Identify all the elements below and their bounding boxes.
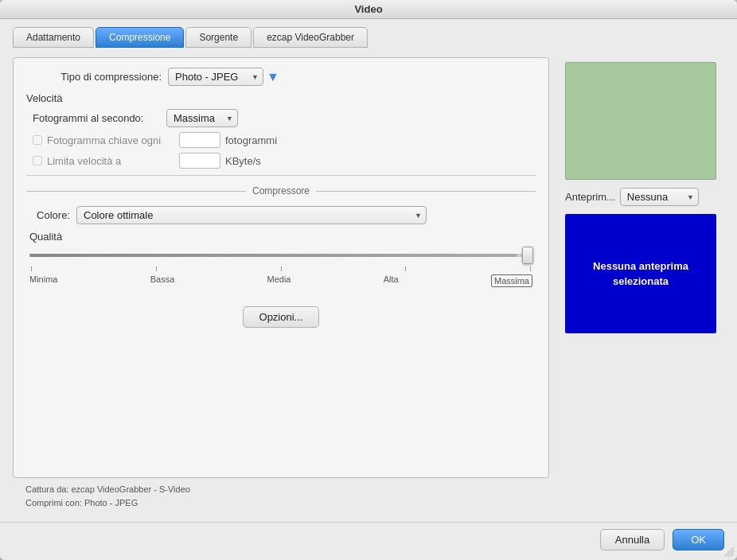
slider-thumb[interactable] <box>522 247 533 264</box>
ok-button[interactable]: OK <box>673 529 724 550</box>
main-window: Video Adattamento Compressione Sorgente … <box>0 0 737 560</box>
tick-massima <box>530 266 531 271</box>
tab-ezcap[interactable]: ezcap VideoGrabber <box>253 27 368 48</box>
limit-input[interactable] <box>179 153 220 169</box>
tab-compressione[interactable]: Compressione <box>96 27 184 48</box>
label-massima: Massima <box>491 274 532 287</box>
anteprim-select-wrapper: Nessuna Originale Compressa <box>620 188 699 206</box>
tick-minima <box>31 266 32 271</box>
color-select[interactable]: Colore ottimale Bianco e nero Scala di g… <box>76 206 427 224</box>
keyframe-unit: fotogrammi <box>225 134 277 146</box>
label-bassa: Bassa <box>150 274 175 287</box>
anteprim-row: Anteprim... Nessuna Originale Compressa <box>565 188 727 206</box>
limit-checkbox[interactable] <box>33 156 42 165</box>
slider-track <box>29 254 532 257</box>
footer: Annulla OK <box>0 522 737 560</box>
qualita-label: Qualità <box>29 231 536 243</box>
color-select-wrapper: Colore ottimale Bianco e nero Scala di g… <box>76 206 427 224</box>
compression-type-select[interactable]: Photo - JPEG <box>168 68 263 86</box>
right-panel: Anteprim... Nessuna Originale Compressa … <box>562 19 737 522</box>
label-media: Media <box>267 274 291 287</box>
cancel-button[interactable]: Annulla <box>600 529 665 550</box>
tab-sorgente[interactable]: Sorgente <box>185 27 252 48</box>
compression-select-wrapper: Photo - JPEG <box>168 68 263 86</box>
opzioni-row: Opzioni... <box>26 306 536 328</box>
fps-row: Fotogrammi al secondo: Massima 30 25 24 … <box>33 109 536 127</box>
resize-handle[interactable] <box>723 546 734 557</box>
qualita-section: Qualità <box>26 231 536 287</box>
keyframe-input[interactable] <box>179 132 220 148</box>
content-area: Adattamento Compressione Sorgente ezcap … <box>0 19 737 522</box>
label-alta: Alta <box>384 274 399 287</box>
velocity-title: Velocità <box>26 92 536 104</box>
svg-line-1 <box>727 550 734 557</box>
window-title: Video <box>354 3 382 15</box>
compressore-header: Compressore <box>26 185 536 196</box>
keyframe-label: Fotogramma chiave ogni <box>47 134 174 146</box>
limit-row: Limita velocità a KByte/s <box>33 153 536 169</box>
settings-box: Tipo di compressione: Photo - JPEG ▼ Vel… <box>13 57 549 478</box>
color-row: Colore: Colore ottimale Bianco e nero Sc… <box>26 206 536 224</box>
compressore-section: Compressore Colore: Colore ottimale Bian… <box>26 185 536 287</box>
compressore-title: Compressore <box>252 185 310 196</box>
tab-adattamento[interactable]: Adattamento <box>13 27 94 48</box>
anteprim-label: Anteprim... <box>565 191 615 203</box>
preview-image <box>565 62 716 180</box>
header-line-right <box>316 191 536 192</box>
limit-unit: KByte/s <box>225 155 261 167</box>
tick-bassa <box>156 266 157 271</box>
label-minima: Minima <box>29 274 57 287</box>
header-line-left <box>26 191 246 192</box>
keyframe-checkbox[interactable] <box>33 135 42 145</box>
svg-line-2 <box>731 554 734 557</box>
velocity-section: Velocità Fotogrammi al secondo: Massima … <box>26 92 536 176</box>
tick-alta <box>405 266 406 271</box>
slider-track-wrapper <box>29 246 532 265</box>
anteprim-select[interactable]: Nessuna Originale Compressa <box>620 188 699 206</box>
compression-type-label: Tipo di compressione: <box>26 71 162 83</box>
fps-select-wrapper: Massima 30 25 24 15 <box>166 109 238 127</box>
fps-label: Fotogrammi al secondo: <box>33 112 160 124</box>
status-line2: Comprimi con: Photo - JPEG <box>25 496 536 510</box>
status-line1: Cattura da: ezcap VideoGrabber - S-Video <box>25 483 536 496</box>
fps-select[interactable]: Massima 30 25 24 15 <box>166 109 238 127</box>
titlebar: Video <box>0 0 737 19</box>
slider-filled <box>29 254 517 257</box>
main-panel: Adattamento Compressione Sorgente ezcap … <box>0 19 562 522</box>
tabs-container: Adattamento Compressione Sorgente ezcap … <box>13 27 549 48</box>
slider-ticks <box>29 266 532 271</box>
preview-blue-text: Nessuna anteprima selezionata <box>593 259 688 290</box>
keyframe-row: Fotogramma chiave ogni fotogrammi <box>33 132 536 148</box>
opzioni-button[interactable]: Opzioni... <box>243 306 320 328</box>
bottom-status: Cattura da: ezcap VideoGrabber - S-Video… <box>13 478 549 514</box>
compression-dropdown-icon: ▼ <box>267 70 279 84</box>
slider-container: Minima Bassa Media Alta Massima <box>29 246 532 287</box>
compression-type-row: Tipo di compressione: Photo - JPEG ▼ <box>26 68 536 86</box>
preview-blue-box: Nessuna anteprima selezionata <box>565 214 716 333</box>
color-label: Colore: <box>26 209 70 221</box>
tick-media <box>281 266 282 271</box>
slider-labels: Minima Bassa Media Alta Massima <box>29 274 532 287</box>
limit-label: Limita velocità a <box>47 155 174 167</box>
